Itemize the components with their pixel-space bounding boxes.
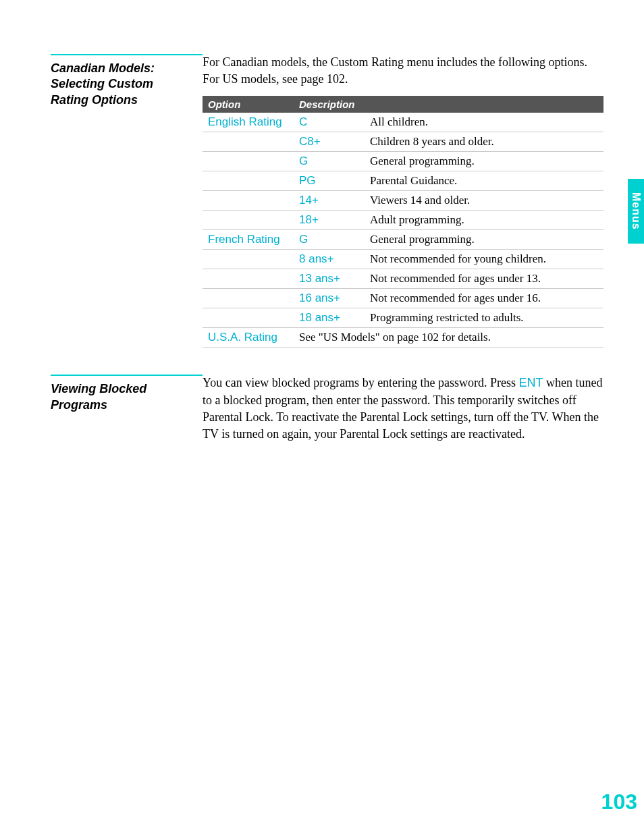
desc-cell: General programming. bbox=[365, 230, 603, 250]
table-row: 14+Viewers 14 and older. bbox=[203, 191, 603, 211]
section-body-col: You can view blocked programs by enterin… bbox=[203, 375, 603, 443]
code-cell: 16 ans+ bbox=[294, 289, 365, 308]
option-cell: U.S.A. Rating bbox=[203, 328, 294, 348]
section-body-col: For Canadian models, the Custom Rating m… bbox=[203, 54, 603, 348]
table-row: French RatingGGeneral programming. bbox=[203, 230, 603, 250]
desc-cell: Not recommended for young children. bbox=[365, 250, 603, 269]
desc-cell: Adult programming. bbox=[365, 211, 603, 230]
desc-cell: See "US Models" on page 102 for details. bbox=[294, 328, 603, 348]
desc-cell: Not recommended for ages under 16. bbox=[365, 289, 603, 308]
code-cell: C bbox=[294, 113, 365, 132]
intro-text-after: . bbox=[345, 72, 348, 86]
desc-cell: Children 8 years and older. bbox=[365, 132, 603, 152]
table-row: 16 ans+Not recommended for ages under 16… bbox=[203, 289, 603, 308]
option-cell bbox=[203, 308, 294, 328]
desc-cell: General programming. bbox=[365, 152, 603, 171]
option-cell bbox=[203, 152, 294, 171]
section-viewing-blocked: Viewing Blocked Programs You can view bl… bbox=[51, 375, 603, 443]
desc-cell: Programming restricted to adults. bbox=[365, 308, 603, 328]
table-row: C8+Children 8 years and older. bbox=[203, 132, 603, 152]
table-header-option: Option bbox=[203, 96, 294, 113]
table-row: English RatingCAll children. bbox=[203, 113, 603, 132]
section-canadian-models: Canadian Models: Selecting Custom Rating… bbox=[51, 54, 603, 348]
table-header-description: Description bbox=[294, 96, 603, 113]
code-cell: 14+ bbox=[294, 191, 365, 211]
page-number: 103 bbox=[601, 790, 637, 815]
option-cell bbox=[203, 250, 294, 269]
section-title: Canadian Models: Selecting Custom Rating… bbox=[51, 61, 189, 108]
body-text: You can view blocked programs by enterin… bbox=[203, 375, 603, 443]
desc-cell: All children. bbox=[365, 113, 603, 132]
table-row: PGParental Guidance. bbox=[203, 171, 603, 191]
table-row: 13 ans+Not recommended for ages under 13… bbox=[203, 269, 603, 289]
desc-cell: Viewers 14 and older. bbox=[365, 191, 603, 211]
intro-text: For Canadian models, the Custom Rating m… bbox=[203, 54, 603, 88]
ent-button-label: ENT bbox=[519, 376, 543, 389]
option-cell: English Rating bbox=[203, 113, 294, 132]
option-cell: French Rating bbox=[203, 230, 294, 250]
code-cell: C8+ bbox=[294, 132, 365, 152]
table-row: 8 ans+Not recommended for young children… bbox=[203, 250, 603, 269]
code-cell: G bbox=[294, 152, 365, 171]
code-cell: G bbox=[294, 230, 365, 250]
section-title: Viewing Blocked Programs bbox=[51, 381, 189, 413]
code-cell: 8 ans+ bbox=[294, 250, 365, 269]
option-cell bbox=[203, 269, 294, 289]
intro-text-part: For Canadian models, the Custom Rating m… bbox=[203, 55, 587, 86]
table-row: 18+Adult programming. bbox=[203, 211, 603, 230]
table-row: U.S.A. RatingSee "US Models" on page 102… bbox=[203, 328, 603, 348]
option-cell bbox=[203, 289, 294, 308]
code-cell: 13 ans+ bbox=[294, 269, 365, 289]
option-cell bbox=[203, 211, 294, 230]
code-cell: PG bbox=[294, 171, 365, 191]
side-tab-menus: Menus bbox=[628, 179, 644, 244]
section-title-col: Canadian Models: Selecting Custom Rating… bbox=[51, 54, 203, 348]
ratings-table: Option Description English RatingCAll ch… bbox=[203, 96, 603, 348]
body-part1: You can view blocked programs by enterin… bbox=[203, 376, 519, 389]
table-row: 18 ans+Programming restricted to adults. bbox=[203, 308, 603, 328]
option-cell bbox=[203, 171, 294, 191]
desc-cell: Parental Guidance. bbox=[365, 171, 603, 191]
option-cell bbox=[203, 191, 294, 211]
table-row: GGeneral programming. bbox=[203, 152, 603, 171]
option-cell bbox=[203, 132, 294, 152]
section-title-col: Viewing Blocked Programs bbox=[51, 375, 203, 443]
desc-cell: Not recommended for ages under 13. bbox=[365, 269, 603, 289]
code-cell: 18+ bbox=[294, 211, 365, 230]
code-cell: 18 ans+ bbox=[294, 308, 365, 328]
